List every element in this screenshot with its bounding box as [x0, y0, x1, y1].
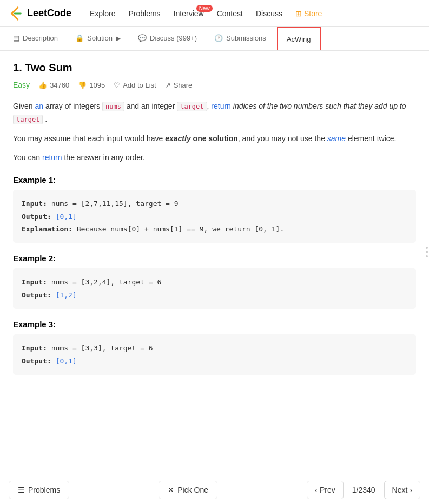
example1-block: Input: nums = [2,7,11,15], target = 9 Ou… — [13, 190, 416, 243]
main-content: 1. Two Sum Easy 👍 34760 👎 1095 ♡ Add to … — [0, 51, 429, 475]
next-icon: › — [410, 486, 412, 494]
add-to-list-button[interactable]: ♡ Add to List — [114, 81, 156, 89]
tab-discuss[interactable]: 💬 Discuss (999+) — [129, 27, 206, 50]
example1-title: Example 1: — [13, 175, 416, 184]
tab-solution[interactable]: 🔒 Solution ▶ — [67, 27, 129, 50]
nav-discuss[interactable]: Discuss — [250, 6, 288, 21]
prev-button[interactable]: ‹ Prev — [307, 481, 343, 499]
nav-interview[interactable]: Interview New — [168, 6, 209, 21]
thumbs-up-icon: 👍 — [38, 81, 47, 89]
clock-icon: 🕐 — [214, 34, 223, 42]
nums-code: nums — [102, 102, 124, 111]
store-icon: ⊞ — [295, 9, 302, 18]
pick-one-button[interactable]: ✕ Pick One — [159, 481, 217, 499]
nav-problems[interactable]: Problems — [123, 6, 166, 21]
difficulty-badge: Easy — [13, 81, 30, 89]
pagination: ‹ Prev 1/2340 Next › — [307, 481, 420, 499]
new-badge: New — [196, 5, 213, 12]
problems-button[interactable]: ☰ Problems — [9, 481, 69, 499]
scroll-indicator — [426, 247, 428, 257]
share-icon: ↗ — [165, 81, 171, 89]
example2-block: Input: nums = [3,2,4], target = 6 Output… — [13, 268, 416, 309]
problem-title: 1. Two Sum — [13, 62, 416, 74]
logo[interactable]: LeetCode — [9, 6, 71, 21]
description-icon: ▤ — [13, 34, 19, 42]
target-code2: target — [13, 115, 43, 124]
shuffle-icon: ✕ — [168, 486, 174, 494]
top-nav: LeetCode Explore Problems Interview New … — [0, 0, 429, 27]
list-icon: ♡ — [114, 81, 120, 89]
tab-acwing[interactable]: AcWing — [277, 27, 321, 50]
thumbs-down-icon: 👎 — [78, 81, 87, 89]
share-button[interactable]: ↗ Share — [165, 81, 193, 89]
bottom-bar: ☰ Problems ✕ Pick One ‹ Prev 1/2340 Next… — [0, 475, 429, 504]
target-code: target — [177, 102, 207, 111]
nav-store[interactable]: ⊞ Store — [290, 6, 327, 21]
prev-icon: ‹ — [315, 486, 318, 494]
problem-description: Given an array of integers nums and an i… — [13, 100, 416, 164]
example3-title: Example 3: — [13, 320, 416, 329]
tab-bar: ▤ Description 🔒 Solution ▶ 💬 Discuss (99… — [0, 27, 429, 51]
discuss-icon: 💬 — [138, 34, 147, 42]
page-info: 1/2340 — [348, 486, 380, 494]
tab-submissions[interactable]: 🕐 Submissions — [206, 27, 275, 50]
problem-meta: Easy 👍 34760 👎 1095 ♡ Add to List ↗ Shar… — [13, 81, 416, 89]
lock-icon: 🔒 — [75, 34, 84, 42]
play-icon: ▶ — [116, 35, 121, 42]
tab-description[interactable]: ▤ Description — [4, 27, 67, 50]
nav-explore[interactable]: Explore — [84, 6, 121, 21]
example2-title: Example 2: — [13, 254, 416, 263]
next-button[interactable]: Next › — [384, 481, 420, 499]
likes-button[interactable]: 👍 34760 — [38, 81, 69, 89]
nav-contest[interactable]: Contest — [212, 6, 248, 21]
list-icon: ☰ — [18, 486, 25, 494]
nav-links: Explore Problems Interview New Contest D… — [84, 6, 420, 21]
dislikes-button[interactable]: 👎 1095 — [78, 81, 105, 89]
example3-block: Input: nums = [3,3], target = 6 Output: … — [13, 334, 416, 375]
logo-text: LeetCode — [27, 8, 71, 19]
